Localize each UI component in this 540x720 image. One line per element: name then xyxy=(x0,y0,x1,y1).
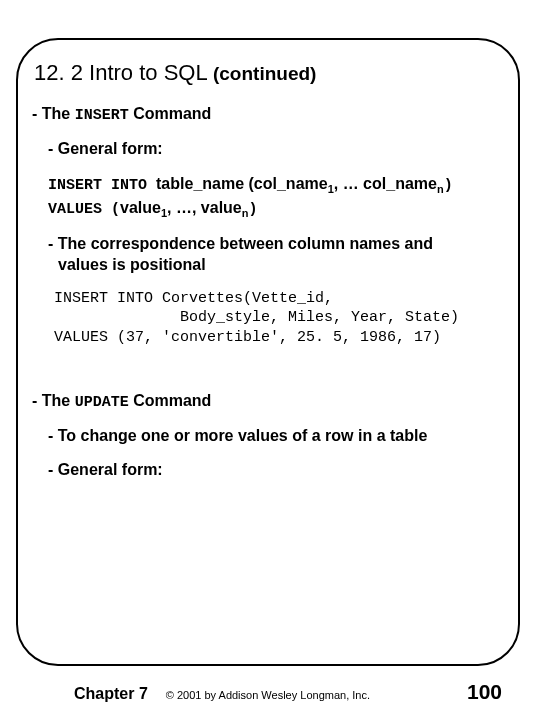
insert-note-line1: - The correspondence between column name… xyxy=(48,234,504,254)
title-main: 12. 2 Intro to SQL xyxy=(34,60,213,85)
update-heading-suffix: Command xyxy=(129,392,212,409)
form-coln-sub: n xyxy=(437,183,444,195)
slide-title: 12. 2 Intro to SQL (continued) xyxy=(34,60,504,86)
kw-values: VALUES ( xyxy=(48,201,120,218)
slide-frame: 12. 2 Intro to SQL (continued) - The INS… xyxy=(16,38,520,666)
title-continued: (continued) xyxy=(213,63,316,84)
footer-page-number: 100 xyxy=(467,680,502,704)
insert-heading: - The INSERT Command xyxy=(32,104,504,125)
form-close-paren2: ) xyxy=(249,201,258,218)
form-val-ellipsis: , …, value xyxy=(167,199,242,216)
form-val1: value xyxy=(120,199,161,216)
form-close-paren1: ) xyxy=(444,177,453,194)
update-heading-prefix: - The xyxy=(32,392,75,409)
slide-footer: Chapter 7 © 2001 by Addison Wesley Longm… xyxy=(0,680,540,704)
form-col1: col_name xyxy=(254,175,328,192)
insert-code-example: INSERT INTO Corvettes(Vette_id, Body_sty… xyxy=(54,289,504,347)
update-keyword: UPDATE xyxy=(75,394,129,411)
form-col-ellipsis: , … col_name xyxy=(334,175,437,192)
insert-form-line1: INSERT INTO table_name (col_name1, … col… xyxy=(48,174,504,196)
insert-note-line2: values is positional xyxy=(58,255,504,275)
form-table-name: table_name ( xyxy=(156,175,254,192)
insert-heading-suffix: Command xyxy=(129,105,212,122)
insert-heading-prefix: - The xyxy=(32,105,75,122)
kw-insert-into: INSERT INTO xyxy=(48,177,156,194)
update-bullet-1: - To change one or more values of a row … xyxy=(48,426,504,446)
update-bullet-2: - General form: xyxy=(48,460,504,480)
footer-copyright: © 2001 by Addison Wesley Longman, Inc. xyxy=(166,689,443,701)
insert-general-form-label: - General form: xyxy=(48,139,504,159)
insert-form-line2: VALUES (value1, …, valuen) xyxy=(48,198,504,220)
footer-chapter: Chapter 7 xyxy=(74,685,148,703)
insert-keyword: INSERT xyxy=(75,107,129,124)
form-valn-sub: n xyxy=(242,207,249,219)
update-heading: - The UPDATE Command xyxy=(32,391,504,412)
